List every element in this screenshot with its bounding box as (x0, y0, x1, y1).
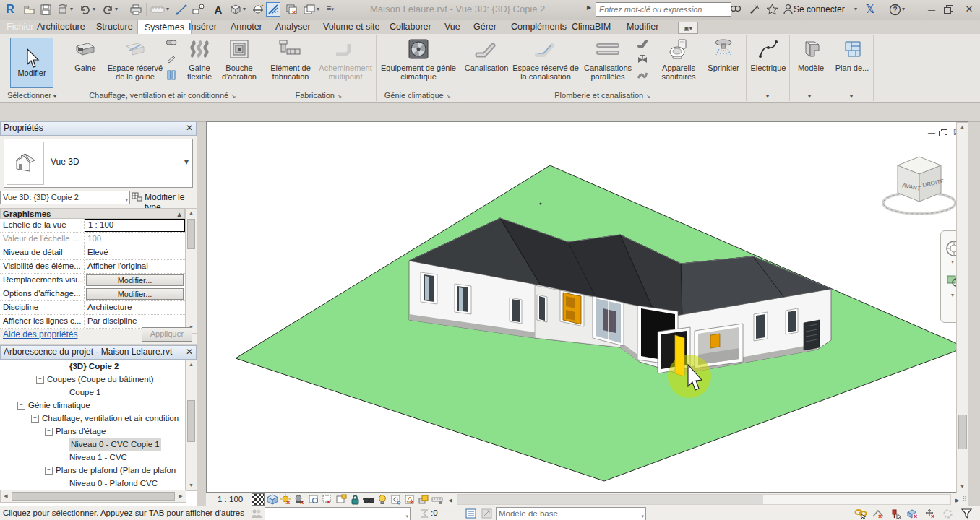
search-icon[interactable] (728, 2, 743, 17)
canalisation-button[interactable]: Canalisation (463, 36, 510, 72)
measure-icon[interactable] (150, 2, 165, 17)
tab-climabim[interactable]: ClimaBIM (565, 20, 617, 34)
duct-accessory-icon[interactable] (165, 53, 178, 66)
hscroll-right-icon[interactable] (955, 494, 959, 504)
modele-button[interactable]: Modèle (792, 36, 830, 72)
viewport-scroll-down-icon[interactable] (957, 482, 968, 493)
project-browser-close-icon[interactable]: ✕ (186, 346, 193, 358)
duct-fitting-icon[interactable] (165, 37, 178, 50)
help-dropdown-icon[interactable]: ▾ (902, 6, 905, 12)
window-small-1[interactable] (510, 298, 522, 324)
tab-vue[interactable]: Vue (438, 20, 467, 34)
window-right-2[interactable] (786, 308, 798, 334)
worksets-combo[interactable] (265, 507, 411, 520)
project-browser-header[interactable]: Arborescence du projet - Maison Lelaure.… (0, 345, 197, 360)
properties-scroll-up-icon[interactable] (186, 209, 197, 218)
viewcube[interactable]: AVANT DROITE (883, 157, 955, 214)
ac-unit[interactable] (804, 320, 820, 350)
analytical-model-icon[interactable]: × (404, 494, 416, 505)
sprinkler-button[interactable]: Sprinkler (702, 36, 744, 72)
reveal-hidden-elements-icon[interactable] (377, 494, 388, 505)
properties-scroll-thumb[interactable] (187, 219, 195, 249)
tag-icon[interactable]: 1 (191, 2, 205, 17)
canalisations-paralleles-button[interactable]: Canalisations parallèles (581, 36, 635, 81)
tab-modifier[interactable]: Modifier (620, 20, 665, 34)
browser-scroll-thumb[interactable] (187, 400, 195, 442)
sliding-glass-door[interactable] (593, 296, 624, 346)
tree-item-niveau-0-cvc-copie-1[interactable]: Niveau 0 - CVC Copie 1 (0, 438, 185, 451)
ribbon-display-toggle-icon[interactable]: ▣▾ (678, 22, 698, 34)
shadows-icon[interactable]: × (294, 494, 306, 505)
property-row-niveau-detail[interactable]: Niveau de détail Elevé (0, 246, 185, 260)
user-icon[interactable] (781, 2, 795, 17)
flex-pipe-icon[interactable] (636, 69, 649, 82)
property-row-valeur-echelle[interactable]: Valeur de l'échelle ... 100 (0, 233, 185, 246)
highlight-displacement-icon[interactable] (418, 494, 429, 505)
panel-label-select[interactable]: Sélectionner (0, 90, 64, 101)
tab-gerer[interactable]: Gérer (467, 20, 503, 34)
viewport-scroll-up-icon[interactable] (957, 123, 968, 133)
collapse-box-icon[interactable]: − (45, 428, 53, 436)
minimize-button[interactable]: — (927, 5, 937, 14)
appareils-sanitaires-button[interactable]: Appareils sanitaires (655, 36, 702, 81)
default-3d-view-icon[interactable] (228, 2, 243, 17)
collapse-box-icon[interactable]: − (31, 415, 39, 422)
background-processes-icon[interactable] (941, 508, 954, 519)
tab-structure[interactable]: Structure (90, 20, 139, 34)
view-scale-button[interactable]: 1 : 100 (218, 495, 243, 503)
tree-item-coupe-1[interactable]: Coupe 1 (0, 386, 185, 399)
tree-item-3d-copie-2[interactable]: {3D} Copie 2 (0, 360, 185, 373)
gaine-button[interactable]: Gaine (66, 36, 104, 72)
browser-scroll-right-icon[interactable] (176, 492, 186, 500)
sign-in-dropdown-icon[interactable]: ▾ (854, 6, 857, 12)
section-icon[interactable] (251, 2, 265, 17)
zoom-dropdown-icon[interactable] (951, 292, 954, 298)
window-right-1[interactable] (754, 312, 768, 341)
window-left-2[interactable] (455, 284, 471, 314)
select-pinned-icon[interactable] (889, 508, 902, 519)
browser-scroll-up-icon[interactable] (186, 360, 197, 370)
close-hidden-windows-icon[interactable]: × (285, 2, 299, 17)
viewport-hscroll-thumb[interactable] (457, 495, 763, 504)
switch-windows-dropdown-icon[interactable]: ▾ (317, 6, 319, 12)
tree-item-coupes[interactable]: −Coupes (Coupe du bâtiment) (0, 373, 185, 386)
design-option-combo[interactable]: Modèle de base (496, 507, 646, 520)
modele-dropdown[interactable] (789, 90, 830, 101)
redo-icon[interactable] (100, 2, 115, 17)
3d-view-dropdown-icon[interactable]: ▾ (243, 6, 246, 12)
drag-on-selection-icon[interactable]: × (924, 508, 937, 519)
properties-help-link[interactable]: Aide des propriétés (3, 329, 77, 339)
edit-type-icon[interactable] (132, 192, 142, 204)
viewport-scrollbar-vertical[interactable] (956, 122, 968, 493)
select-underlay-icon[interactable]: × (872, 508, 885, 519)
viewport-vscroll-thumb[interactable] (958, 415, 967, 449)
pipe-fitting-icon[interactable] (636, 37, 649, 50)
synchronize-dropdown-icon[interactable]: ▾ (70, 6, 73, 12)
tree-item-genie-climatique[interactable]: −Génie climatique (0, 399, 185, 412)
equipement-genie-climatique-button[interactable]: Equipement de génie climatique (381, 36, 456, 81)
property-row-options-affichage[interactable]: Options d'affichage... Modifier... (0, 287, 185, 301)
modify-button[interactable]: Modifier (10, 38, 53, 88)
element-fabrication-button[interactable]: Elément de fabrication (265, 36, 317, 81)
measure-dropdown-icon[interactable]: ▾ (166, 6, 169, 12)
mech-panel-launcher-icon[interactable] (446, 92, 452, 100)
interior-door[interactable] (710, 334, 720, 348)
crop-3d-icon[interactable] (335, 494, 347, 505)
property-row-visibilite[interactable]: Visibilité des éléme... Afficher l'origi… (0, 260, 185, 274)
select-links-icon[interactable] (854, 508, 867, 519)
revit-logo-icon[interactable]: R (3, 2, 17, 17)
customize-qat-icon[interactable]: ≡▾ (327, 4, 334, 12)
properties-close-icon[interactable]: ✕ (186, 122, 193, 134)
tree-item-niveau-0-plafond-cvc[interactable]: Niveau 0 - Plafond CVC (0, 477, 185, 490)
tab-inserer[interactable]: Insérer (182, 20, 223, 34)
visual-style-icon[interactable] (267, 494, 278, 505)
show-crop-region-icon[interactable]: × (322, 494, 333, 505)
switch-windows-icon[interactable] (302, 2, 317, 17)
pipe-accessory-valve-icon[interactable] (636, 53, 649, 66)
crop-view-icon[interactable] (308, 494, 319, 505)
help-icon[interactable]: ? (887, 2, 902, 17)
exchange-apps-icon[interactable]: 𝕏 (866, 3, 874, 16)
temporary-view-properties-icon[interactable] (390, 494, 402, 505)
window-small-2[interactable] (537, 295, 547, 322)
close-button[interactable]: ✕ (964, 4, 974, 13)
